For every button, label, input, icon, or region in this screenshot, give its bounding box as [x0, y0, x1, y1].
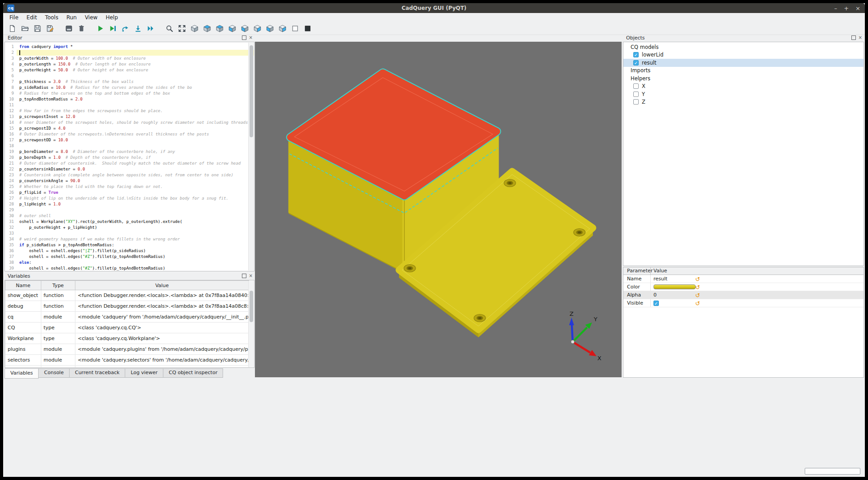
code-line-12[interactable]: # How far in from the edges the screwpos… — [17, 108, 254, 114]
step-button[interactable] — [119, 22, 131, 34]
code-line-38[interactable]: else: — [17, 260, 254, 266]
code-line-1[interactable]: from cadquery import * — [17, 44, 254, 50]
checkbox-x[interactable] — [633, 83, 639, 89]
param-value-visible[interactable]: ✓ — [650, 299, 864, 307]
variable-row-Workplane[interactable]: Workplanetype<class 'cadquery.cq.Workpla… — [5, 333, 249, 344]
code-line-32[interactable]: p_outerHeight + p_lipHeight) — [17, 225, 254, 231]
param-value-alpha[interactable]: 0 — [650, 291, 864, 299]
code-line-9[interactable]: # Radius for the curves on the top and b… — [17, 91, 254, 96]
variable-row-Plane[interactable]: Planetype<class 'cadquery.occ_impl.geom.… — [5, 366, 249, 368]
view-left-button[interactable] — [264, 22, 276, 34]
code-line-8[interactable]: p_sideRadius = 10.0 # Radius for the cur… — [17, 85, 254, 91]
menu-help[interactable]: Help — [101, 13, 122, 22]
code-line-19[interactable]: p_boreDiameter = 8.0 # Diameter of the c… — [17, 149, 254, 155]
param-row-name[interactable]: Nameresult↺ — [623, 275, 864, 283]
param-row-visible[interactable]: Visible✓↺ — [623, 299, 864, 307]
visible-checkbox[interactable]: ✓ — [653, 301, 659, 306]
menu-edit[interactable]: Edit — [22, 13, 41, 22]
debug-button[interactable] — [107, 22, 118, 34]
code-line-3[interactable]: p_outerWidth = 100.0 # Outer width of bo… — [17, 56, 254, 61]
delete-button[interactable] — [75, 22, 87, 34]
fit-all-button[interactable] — [176, 22, 188, 34]
variable-row-selectors[interactable]: selectorsmodule<module 'cadquery.selecto… — [5, 355, 249, 366]
code-line-27[interactable]: # Height of lip on the underside of the … — [17, 196, 254, 201]
object-item-imports[interactable]: Imports — [623, 67, 864, 75]
object-item-cq-models[interactable]: CQ models — [623, 43, 864, 51]
code-line-39[interactable]: oshell = oshell.edges("#Z").fillet(p_top… — [17, 266, 254, 271]
code-line-25[interactable]: # Whether to place the lid with the top … — [17, 184, 254, 190]
code-line-17[interactable]: p_screwpostOD = 10.0 — [17, 137, 254, 143]
variables-float-icon[interactable] — [242, 274, 246, 278]
object-item-helpers[interactable]: Helpers — [623, 74, 864, 83]
variables-close-icon[interactable]: × — [249, 274, 253, 278]
maximize-button[interactable]: + — [844, 5, 849, 11]
color-swatch[interactable] — [653, 284, 696, 289]
object-item-y[interactable]: Y — [623, 90, 864, 98]
menu-tools[interactable]: Tools — [41, 13, 62, 22]
code-line-31[interactable]: oshell = Workplane("XY").rect(p_outerWid… — [17, 219, 254, 225]
code-line-24[interactable]: p_countersinkAngle = 90.0 — [17, 178, 254, 184]
code-line-21[interactable]: # Outer diameter of countersink. Should … — [17, 161, 254, 166]
variables-col-value[interactable]: Value — [75, 281, 249, 290]
checkbox-result[interactable]: ✓ — [633, 60, 639, 65]
minimize-button[interactable]: – — [834, 5, 837, 11]
code-line-30[interactable]: # outer shell — [17, 213, 254, 219]
code-line-7[interactable]: p_thickness = 3.0 # Thickness of the box… — [17, 79, 254, 85]
code-line-2[interactable] — [17, 50, 254, 56]
variable-row-CQ[interactable]: CQtype<class 'cadquery.cq.CQ'> — [5, 323, 249, 333]
variables-scroll-handle[interactable] — [250, 291, 253, 322]
reset-visible-button[interactable]: ↺ — [695, 300, 700, 306]
reset-alpha-button[interactable]: ↺ — [695, 292, 700, 298]
tab-current-traceback[interactable]: Current traceback — [70, 368, 125, 378]
view-top-button[interactable] — [214, 22, 225, 34]
code-line-20[interactable]: p_boreDepth = 1.0 # Depth of the counter… — [17, 155, 254, 161]
param-value-name[interactable]: result — [650, 275, 864, 283]
variables-col-name[interactable]: Name — [5, 281, 41, 290]
shaded-mode-button[interactable] — [302, 22, 313, 34]
object-item-result[interactable]: ✓result — [623, 59, 864, 67]
checkbox-lowerlid[interactable]: ✓ — [633, 52, 639, 57]
code-line-13[interactable]: p_screwpostInset = 12.0 — [17, 114, 254, 120]
variable-row-cq[interactable]: cqmodule<module 'cadquery' from '/home/a… — [5, 312, 249, 323]
step-in-button[interactable] — [132, 22, 144, 34]
view-iso-button[interactable] — [201, 22, 213, 34]
param-col-value[interactable]: Value — [650, 267, 864, 275]
objects-close-icon[interactable]: × — [859, 35, 862, 40]
save-script-as-button[interactable] — [44, 22, 56, 34]
code-line-35[interactable]: if p_sideRadius > p_topAndBottomRadius: — [17, 242, 254, 248]
close-button[interactable]: × — [855, 5, 860, 11]
code-line-36[interactable]: oshell = oshell.edges("|Z").fillet(p_sid… — [17, 248, 254, 254]
viewport-canvas[interactable]: Z Y X — [255, 42, 622, 377]
menu-view[interactable]: View — [81, 13, 101, 22]
titlebar[interactable]: cq CadQuery GUI (PyQT) – + × — [3, 3, 865, 13]
render-button[interactable] — [94, 22, 106, 34]
code-line-34[interactable]: # weird geometry happens if we make the … — [17, 236, 254, 242]
code-line-33[interactable] — [17, 231, 254, 236]
object-item-x[interactable]: X — [623, 83, 864, 91]
3d-viewport[interactable]: Z Y X — [255, 42, 622, 377]
tab-cq-object-inspector[interactable]: CQ object inspector — [163, 368, 223, 378]
variable-row-debug[interactable]: debugfunction<function Debugger.render.<… — [5, 301, 249, 312]
checkbox-y[interactable] — [633, 92, 639, 97]
editor-code[interactable]: from cadquery import *p_outerWidth = 100… — [17, 42, 254, 271]
view-front-button[interactable] — [239, 22, 250, 34]
reset-name-button[interactable]: ↺ — [695, 276, 700, 282]
code-line-29[interactable] — [17, 207, 254, 213]
new-script-button[interactable] — [6, 22, 18, 34]
code-line-23[interactable]: # Countersink angle (complete angle betw… — [17, 172, 254, 178]
code-line-6[interactable] — [17, 73, 254, 79]
objects-float-icon[interactable] — [851, 35, 856, 40]
param-row-alpha[interactable]: Alpha0↺ — [623, 291, 864, 299]
reset-color-button[interactable]: ↺ — [695, 284, 700, 290]
variable-row-show_object[interactable]: show_objectfunction<function Debugger.re… — [5, 290, 249, 301]
menu-file[interactable]: File — [5, 13, 22, 22]
editor-float-icon[interactable] — [242, 35, 246, 40]
open-script-button[interactable] — [19, 22, 31, 34]
code-line-4[interactable]: p_outerLength = 150.0 # Outer length of … — [17, 61, 254, 67]
tab-variables[interactable]: Variables — [4, 368, 39, 379]
code-line-5[interactable]: p_outerHeight = 50.0 # Outer height of b… — [17, 67, 254, 73]
object-item-lowerlid[interactable]: ✓lowerLid — [623, 51, 864, 59]
variables-scrollbar[interactable] — [248, 281, 254, 367]
code-line-26[interactable]: p_flipLid = True — [17, 190, 254, 196]
code-line-22[interactable]: p_countersinkDiameter = 0.0 — [17, 166, 254, 172]
